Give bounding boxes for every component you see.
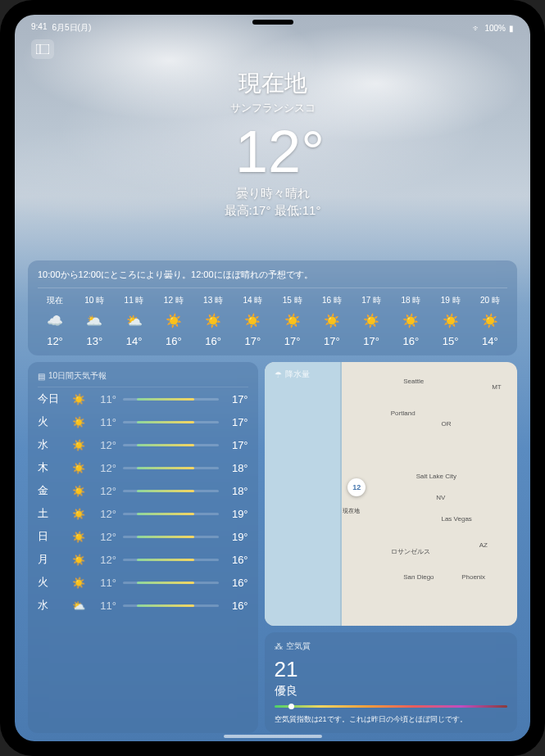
- daily-day-label: 金: [38, 483, 64, 498]
- daily-row[interactable]: 今日☀️11°17°: [38, 387, 248, 410]
- daily-temp-fill: [137, 536, 194, 538]
- hourly-time: 13 時: [203, 295, 223, 306]
- hourly-forecast-card[interactable]: 10:00から12:00にところにより曇り。12:00にほぼ晴れの予想です。 現…: [28, 260, 517, 355]
- daily-low-temp: 11°: [93, 600, 116, 612]
- status-date: 6月5日(月): [52, 22, 91, 34]
- hourly-weather-icon: ☀️: [205, 313, 221, 328]
- hourly-item[interactable]: 13 時☀️16°: [196, 295, 230, 347]
- daily-row[interactable]: 木☀️12°18°: [38, 456, 248, 479]
- daily-row[interactable]: 水⛅11°16°: [38, 594, 248, 617]
- daily-temp-bar: [123, 398, 219, 401]
- high-temp: 最高:17°: [225, 203, 271, 217]
- daily-low-temp: 11°: [93, 393, 116, 405]
- daily-row[interactable]: 土☀️12°19°: [38, 502, 248, 525]
- hourly-row[interactable]: 現在☁️12°10 時🌥️13°11 時⛅14°12 時☀️16°13 時☀️1…: [38, 295, 507, 347]
- daily-weather-icon: ☀️: [70, 531, 87, 543]
- map-state-nv: NV: [436, 494, 445, 501]
- daily-low-temp: 12°: [93, 439, 116, 451]
- calendar-icon: ▤: [38, 372, 45, 381]
- daily-day-label: 火: [38, 414, 64, 429]
- battery-icon: ▮: [509, 24, 514, 33]
- hourly-temp: 14°: [126, 335, 143, 347]
- hourly-item[interactable]: 19 時☀️15°: [434, 295, 468, 347]
- map[interactable]: Seattle Portland OR MT Salt Lake City NV…: [265, 362, 517, 626]
- home-indicator[interactable]: [224, 735, 322, 738]
- hourly-item[interactable]: 14 時☀️17°: [235, 295, 270, 347]
- daily-high-temp: 17°: [225, 416, 248, 428]
- daily-high-temp: 16°: [225, 554, 248, 566]
- daily-row[interactable]: 火☀️11°16°: [38, 571, 248, 594]
- daily-row[interactable]: 日☀️12°19°: [38, 525, 248, 548]
- hourly-item[interactable]: 現在☁️12°: [38, 295, 72, 347]
- wifi-icon: ᯤ: [473, 24, 481, 33]
- map-city-portland: Portland: [391, 410, 416, 417]
- screen: 9:41 6月5日(月) ᯤ 100% ▮ 現在地 サンフランシスコ 12° 曇…: [15, 15, 530, 741]
- daily-day-label: 今日: [38, 392, 64, 406]
- hourly-item[interactable]: 18 時☀️16°: [393, 295, 428, 347]
- map-pin-label: 現在地: [343, 507, 360, 515]
- precip-title: ☂ 降水量: [275, 369, 310, 380]
- aqi-icon: ⁂: [275, 642, 283, 651]
- hourly-item[interactable]: 10 時🌥️13°: [77, 295, 111, 347]
- daily-row[interactable]: 金☀️12°18°: [38, 479, 248, 502]
- hourly-weather-icon: ☀️: [166, 313, 182, 328]
- map-location-pin[interactable]: 12: [347, 478, 366, 496]
- daily-day-label: 土: [38, 506, 64, 521]
- daily-day-label: 水: [38, 437, 64, 452]
- daily-temp-bar: [123, 513, 219, 515]
- daily-row[interactable]: 月☀️12°16°: [38, 548, 248, 571]
- map-city-slc: Salt Lake City: [416, 473, 456, 480]
- daily-temp-bar: [123, 536, 219, 538]
- map-state-az: AZ: [479, 541, 488, 549]
- daily-temp-fill: [137, 604, 194, 607]
- hourly-weather-icon: ☀️: [284, 313, 301, 328]
- daily-weather-icon: ☀️: [70, 393, 87, 405]
- hourly-item[interactable]: 16 時☀️17°: [315, 295, 349, 347]
- daily-high-temp: 18°: [225, 462, 248, 474]
- daily-forecast-card[interactable]: ▤ 10日間天気予報 今日☀️11°17°火☀️11°17°水☀️12°17°木…: [28, 362, 258, 733]
- daily-weather-icon: ☀️: [70, 554, 87, 566]
- daily-high-temp: 17°: [225, 393, 248, 405]
- current-weather-header: 現在地 サンフランシスコ 12° 曇り時々晴れ 最高:17° 最低:11°: [15, 15, 530, 219]
- daily-temp-bar: [123, 490, 219, 492]
- svg-rect-0: [36, 44, 49, 54]
- daily-temp-fill: [137, 467, 194, 469]
- hourly-item[interactable]: 12 時☀️16°: [157, 295, 191, 347]
- precipitation-map-card[interactable]: ☂ 降水量 Seattle Portland OR MT Salt Lake C…: [265, 362, 517, 626]
- sidebar-toggle-button[interactable]: [31, 39, 54, 59]
- map-city-sd: San Diego: [403, 573, 434, 581]
- daily-weather-icon: ☀️: [70, 508, 87, 520]
- map-state-mt: MT: [492, 383, 502, 391]
- daily-row[interactable]: 水☀️12°17°: [38, 433, 248, 456]
- daily-low-temp: 12°: [93, 485, 116, 497]
- hourly-item[interactable]: 20 時☀️14°: [473, 295, 507, 347]
- hourly-time: 20 時: [480, 295, 500, 306]
- map-city-la: ロサンゼルス: [391, 547, 430, 556]
- hourly-item[interactable]: 15 時☀️17°: [275, 295, 310, 347]
- sidebar-icon: [36, 44, 49, 54]
- daily-temp-fill: [137, 513, 194, 515]
- hourly-time: 14 時: [243, 295, 262, 306]
- air-quality-card[interactable]: ⁂ 空気質 21 優良 空気質指数は21です。これは昨日の今頃とほぼ同じです。: [265, 632, 517, 733]
- low-temp: 最低:11°: [275, 203, 321, 217]
- hourly-time: 現在: [47, 295, 63, 306]
- daily-temp-fill: [137, 490, 194, 492]
- daily-temp-bar: [123, 604, 219, 607]
- daily-row[interactable]: 火☀️11°17°: [38, 410, 248, 433]
- hourly-weather-icon: ☀️: [402, 313, 419, 328]
- daily-title-text: 10日間天気予報: [48, 370, 107, 382]
- daily-list: 今日☀️11°17°火☀️11°17°水☀️12°17°木☀️12°18°金☀️…: [38, 387, 248, 617]
- hourly-item[interactable]: 17 時☀️17°: [354, 295, 388, 347]
- hourly-time: 10 時: [84, 295, 104, 306]
- hourly-time: 12 時: [164, 295, 184, 306]
- daily-high-temp: 18°: [225, 485, 248, 497]
- daily-day-label: 日: [38, 529, 64, 544]
- hourly-temp: 13°: [86, 335, 102, 347]
- daily-high-temp: 17°: [225, 439, 248, 451]
- hourly-weather-icon: 🌥️: [86, 313, 102, 328]
- hourly-item[interactable]: 11 時⛅14°: [117, 295, 152, 347]
- hourly-time: 17 時: [361, 295, 381, 306]
- map-coast: [340, 362, 342, 626]
- hourly-temp: 15°: [443, 335, 459, 347]
- map-city-phx: Phoenix: [461, 573, 485, 581]
